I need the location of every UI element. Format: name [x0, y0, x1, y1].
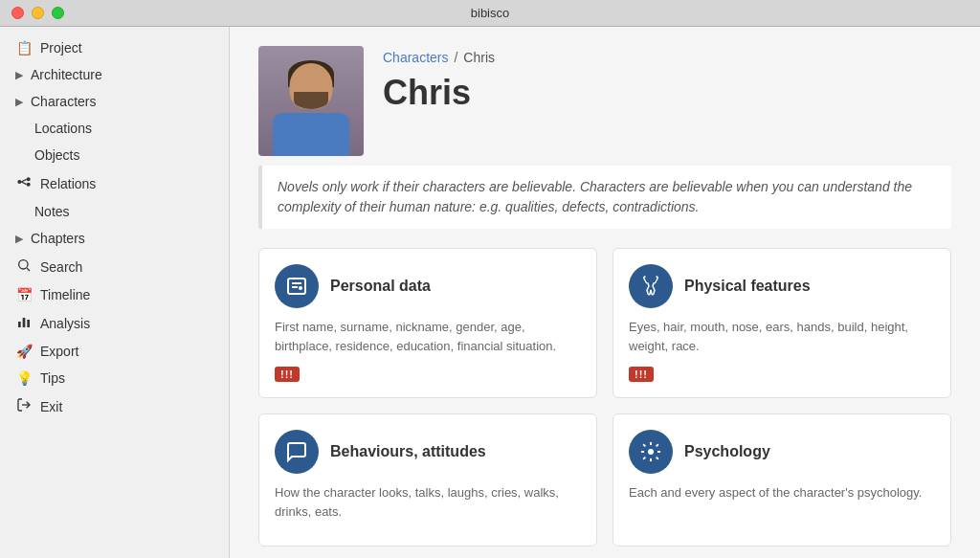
sidebar-label-architecture: Architecture [31, 67, 102, 82]
intro-text: Novels only work if their characters are… [258, 166, 951, 229]
svg-rect-8 [23, 318, 26, 327]
svg-point-15 [648, 449, 654, 455]
card-title-personal: Personal data [330, 278, 431, 295]
sidebar-item-chapters[interactable]: ▶ Chapters [0, 225, 229, 252]
breadcrumb-separator: / [454, 50, 457, 65]
sidebar-label-exit: Exit [40, 399, 62, 414]
sidebar-item-exit[interactable]: Exit [0, 391, 229, 421]
app-layout: 📋 Project ▶ Architecture ▶ Characters Lo… [0, 27, 980, 558]
svg-point-0 [17, 180, 21, 184]
main-content: Characters / Chris Chris Novels only wor… [230, 27, 980, 558]
maximize-button[interactable] [52, 7, 64, 19]
minimize-button[interactable] [32, 7, 44, 19]
arrow-icon: ▶ [15, 96, 23, 108]
cards-grid: Personal data First name, surname, nickn… [230, 248, 980, 558]
card-warning-personal: !!! [275, 367, 300, 382]
intro-quote: Novels only work if their characters are… [278, 179, 912, 214]
title-bar: bibisco [0, 0, 980, 27]
card-behaviours[interactable]: Behaviours, attitudes How the character … [258, 413, 597, 547]
export-icon: 🚀 [15, 344, 33, 359]
sidebar-item-tips[interactable]: 💡 Tips [0, 365, 229, 391]
avatar-shirt [273, 113, 349, 156]
svg-rect-9 [27, 320, 30, 327]
sidebar-item-export[interactable]: 🚀 Export [0, 338, 229, 365]
card-title-physical: Physical features [684, 278, 811, 295]
svg-line-3 [21, 179, 26, 182]
sidebar-item-characters[interactable]: ▶ Characters [0, 88, 229, 115]
sidebar-label-chapters: Chapters [31, 231, 85, 246]
personal-data-icon [275, 264, 319, 308]
svg-point-1 [27, 177, 31, 181]
relations-icon [15, 174, 33, 192]
sidebar-item-locations[interactable]: Locations [0, 115, 229, 142]
sidebar-label-export: Export [40, 344, 78, 359]
svg-line-6 [27, 268, 30, 271]
svg-point-5 [19, 260, 28, 269]
svg-point-14 [299, 286, 302, 290]
card-header-psychology: Psychology [629, 430, 935, 474]
sidebar-item-project[interactable]: 📋 Project [0, 34, 229, 61]
sidebar-item-relations[interactable]: Relations [0, 168, 229, 198]
psychology-icon [629, 430, 673, 474]
content-header: Characters / Chris Chris [230, 27, 980, 166]
svg-point-2 [27, 183, 31, 187]
breadcrumb: Characters / Chris [383, 50, 951, 65]
card-header-personal: Personal data [275, 264, 581, 308]
sidebar-item-objects[interactable]: Objects [0, 142, 229, 168]
breadcrumb-characters-link[interactable]: Characters [383, 50, 448, 65]
chapters-arrow-icon: ▶ [15, 233, 23, 245]
sidebar-label-objects: Objects [34, 147, 79, 163]
sidebar-item-analysis[interactable]: Analysis [0, 308, 229, 338]
card-header-physical: Physical features [629, 264, 935, 308]
sidebar-item-architecture[interactable]: ▶ Architecture [0, 61, 229, 88]
card-desc-behaviours: How the character looks, talks, laughs, … [275, 483, 581, 521]
sidebar-label-notes: Notes [34, 204, 70, 219]
card-desc-personal: First name, surname, nickname, gender, a… [275, 318, 581, 355]
card-psychology[interactable]: Psychology Each and every aspect of the … [612, 413, 951, 547]
sidebar-label-tips: Tips [40, 370, 65, 386]
sidebar-label-search: Search [40, 259, 82, 275]
close-button[interactable] [11, 7, 24, 19]
card-title-behaviours: Behaviours, attitudes [330, 443, 486, 460]
card-personal-data[interactable]: Personal data First name, surname, nickn… [258, 248, 597, 398]
physical-features-icon [629, 264, 673, 308]
sidebar-label-locations: Locations [34, 121, 92, 136]
sidebar-label-project: Project [40, 40, 82, 56]
behaviours-icon [275, 430, 319, 474]
app-title: bibisco [471, 6, 509, 20]
card-desc-psychology: Each and every aspect of the character's… [629, 483, 935, 502]
arrow-icon: ▶ [15, 69, 23, 81]
window-controls [11, 7, 64, 19]
sidebar-item-notes[interactable]: Notes [0, 198, 229, 225]
sidebar-label-characters: Characters [31, 94, 96, 109]
character-name: Chris [383, 73, 951, 113]
sidebar-label-timeline: Timeline [40, 287, 90, 302]
svg-rect-7 [18, 322, 21, 327]
card-desc-physical: Eyes, hair, mouth, nose, ears, hands, bu… [629, 318, 935, 355]
sidebar-item-timeline[interactable]: 📅 Timeline [0, 281, 229, 308]
card-header-behaviours: Behaviours, attitudes [275, 430, 581, 474]
tips-icon: 💡 [15, 370, 33, 386]
sidebar-item-search[interactable]: Search [0, 252, 229, 281]
svg-line-4 [21, 182, 26, 185]
analysis-icon [15, 314, 33, 332]
header-info: Characters / Chris Chris [383, 46, 951, 113]
avatar-beard [294, 92, 328, 109]
project-icon: 📋 [15, 40, 33, 56]
card-title-psychology: Psychology [684, 443, 770, 460]
avatar [258, 46, 364, 156]
breadcrumb-current: Chris [463, 50, 495, 65]
card-warning-physical: !!! [629, 367, 654, 382]
timeline-icon: 📅 [15, 287, 33, 302]
sidebar-label-analysis: Analysis [40, 316, 90, 331]
sidebar: 📋 Project ▶ Architecture ▶ Characters Lo… [0, 27, 230, 558]
search-icon [15, 257, 33, 276]
sidebar-label-relations: Relations [40, 176, 96, 191]
card-physical-features[interactable]: Physical features Eyes, hair, mouth, nos… [612, 248, 951, 398]
exit-icon [15, 397, 33, 415]
